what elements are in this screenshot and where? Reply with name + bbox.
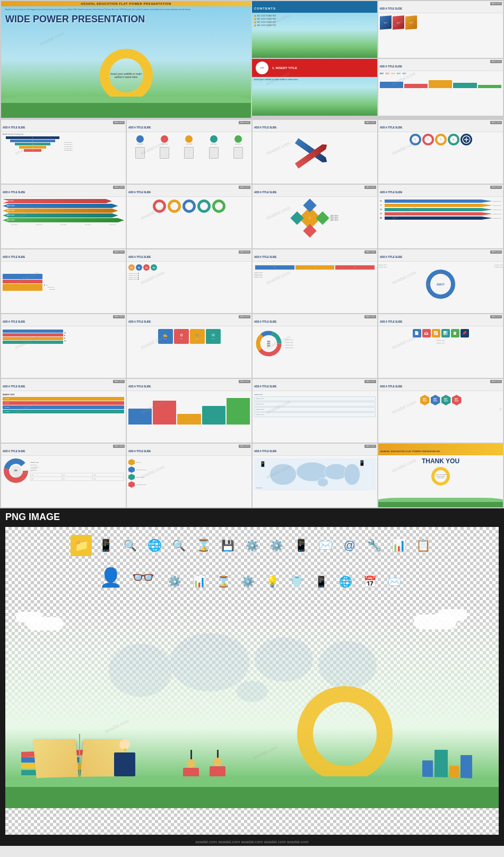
thumb-circles[interactable]: ADD A TITLE SLIDE PAGE LOGO 1 2 3 4 asad… xyxy=(378,120,503,184)
wm-ill-2: asadal.com xyxy=(252,745,278,760)
icon-person-2: 👓 xyxy=(132,567,161,596)
insert-title-circle: circle xyxy=(254,60,270,76)
py-desc: Asadal has been running one... xyxy=(3,133,124,135)
svg-point-8 xyxy=(270,464,297,485)
icon-mail-grey: ✉️ xyxy=(384,571,405,592)
thumb-notebox[interactable]: ADD A TITLE SLIDE PAGE LOGO INSERT TEXT … xyxy=(253,379,377,443)
gold-ring xyxy=(297,686,393,782)
ty-subtitle: "Insert your subtitle or main author's n… xyxy=(435,474,447,479)
icon-folder: 📁 xyxy=(71,535,92,556)
svg-point-13 xyxy=(109,644,172,697)
icon-person-1: 👤 xyxy=(99,567,128,596)
thumb-arrowsr[interactable]: ADD A TITLE SLIDE PAGE LOGO 01INSERT TEX… xyxy=(378,185,503,248)
insert-title-label: 1. INSERT TITLE xyxy=(272,66,297,70)
slide-badge-1: PAGE LOGO xyxy=(490,2,502,5)
thumb-ribbons[interactable]: ADD A TITLE SLIDE PAGE LOGO ADD TEXT ADD… xyxy=(1,185,126,248)
thumb-tabs[interactable]: ADD A TITLE SLIDE PAGE LOGO 01 02 03 INS… xyxy=(253,249,377,313)
cloud-2 xyxy=(16,612,42,622)
slides-row-7: ADD A TITLE SLIDE PAGE LOGO 40% INSERT T… xyxy=(0,443,504,508)
insert-title-slide[interactable]: circle 1. INSERT TITLE Insert your subti… xyxy=(252,59,377,116)
character-1 xyxy=(111,739,138,782)
icons-row-2: 👤 👓 ⚙️ 📊 ⌛ ⚙️ 💡 👕 📱 🌐 📅 ✉️ xyxy=(5,561,499,601)
thumb-donut[interactable]: ADD A TITLE SLIDE PAGE LOGO 40% INSERT T… xyxy=(1,444,126,507)
svg-point-15 xyxy=(255,637,313,682)
icon-save: 💾 xyxy=(217,535,238,556)
thumb-arrowsx[interactable]: ADD A TITLE SLIDE PAGE LOGO asadal.com xyxy=(253,120,377,184)
insert-title-sub: Insert your subtitle or main author's na… xyxy=(252,77,377,82)
title-slide-3d[interactable]: ADD A TITLE SLIDE PAGE LOGO TEXT TEXT TE… xyxy=(378,1,503,58)
cloud-4 xyxy=(438,609,467,621)
icon-sand-timer: ⌛ xyxy=(213,571,234,592)
thumb-flow-hex[interactable]: ADD A TITLE SLIDE PAGE LOGO ADDTEXT ADDT… xyxy=(378,379,503,443)
slides-row-4: ADD A TITLE SLIDE PAGE LOGO ▶ 45% Search… xyxy=(0,248,504,313)
icon-browser: 🌐 xyxy=(335,571,356,592)
icon-gear-3: ⚙️ xyxy=(237,571,258,592)
icon-email: ✉️ xyxy=(315,535,336,556)
icon-globe: 🌐 xyxy=(144,535,165,556)
slides-row-3: ADD A TITLE SLIDE PAGE LOGO ADD TEXT ADD… xyxy=(0,184,504,248)
icon-settings: ⚙️ xyxy=(164,571,185,592)
png-label: PNG IMAGE xyxy=(5,512,499,523)
svg-point-16 xyxy=(318,641,377,689)
icon-calendar: 📅 xyxy=(359,571,380,592)
thumb-bars-v[interactable]: ADD A TITLE SLIDE PAGE LOGO asadal.com xyxy=(127,379,251,443)
main-title: WIDE POWER PRESENTATION xyxy=(1,13,251,26)
illustration-area: 🌸🌺🌸 🌸🌺 asadal.com asadal.com xyxy=(5,607,499,808)
thumb-numbered[interactable]: ADD A TITLE SLIDE PAGE LOGO 01 02 03 04 … xyxy=(127,249,251,313)
footer: asadal.com asadal.com asadal.com asadal.… xyxy=(0,838,504,846)
grass-curve xyxy=(5,776,499,787)
icon-tablet-2: 📱 xyxy=(290,535,311,556)
icon-search-grey: 🔍 xyxy=(119,535,141,556)
ty-header: ASADAL EDUCATION FLAT POWER PRESENTATION xyxy=(380,450,440,453)
thumb-map[interactable]: ADD A TITLE SLIDE PAGE LOGO 📱 📱 ADD TEXT… xyxy=(253,444,377,507)
slides-row-2: ADD A TITLE SLIDE PAGE LOGO Asadal has b… xyxy=(0,119,504,184)
icon-clipboard: 📋 xyxy=(412,535,433,556)
title-bar: ASADAL EDUCATION FLAT POWER PRESENTATION xyxy=(1,1,251,6)
thumb-cards[interactable]: ADD A TITLE SLIDE PAGE LOGO ✍TEXT ⚙TEXT … xyxy=(127,314,251,378)
contents-slide[interactable]: CONTENTS 01CLICK TO ADD TEXT 02CLICK TO … xyxy=(252,1,377,58)
hero-slide[interactable]: ASADAL EDUCATION FLAT POWER PRESENTATION… xyxy=(1,1,251,118)
thumb-labels-d[interactable]: ADD A TITLE SLIDE PAGE LOGO D▶▶▶E▶ asada… xyxy=(1,314,126,378)
thumb-diamond[interactable]: ADD A TITLE SLIDE PAGE LOGO 04 ADD TEXTA… xyxy=(253,185,377,248)
header-description: Asadal has been running one of the bigge… xyxy=(5,8,247,11)
icon-tablet: 📱 xyxy=(95,535,116,556)
slide-badge-2: PAGE LOGO xyxy=(490,60,502,63)
thumb-bars-h[interactable]: ADD A TITLE SLIDE PAGE LOGO ▶ 45% Search… xyxy=(1,249,126,313)
icons-row-1: 📁 📱 🔍 🌐 🔍 ⌛ 💾 ⚙️ ⚙️ 📱 ✉️ @ 🔧 📊 📋 xyxy=(5,527,499,561)
thumb-rings[interactable]: ADD A TITLE SLIDE PAGE LOGO asadal.com xyxy=(127,185,251,248)
icon-phone: 📱 xyxy=(310,571,332,592)
contents-title: CONTENTS xyxy=(254,7,276,10)
thumb-swot[interactable]: ADD A TITLE SLIDE PAGE LOGO SWOT S W O T… xyxy=(378,249,503,313)
thumb-icons-grid[interactable]: ADD A TITLE SLIDE PAGE LOGO 📄 📅 📈 📊 📋 📌 … xyxy=(378,314,503,378)
icon-bar-chart: 📊 xyxy=(188,571,210,592)
icon-shirt: 👕 xyxy=(286,571,307,592)
icon-gear-2: ⚙️ xyxy=(266,535,287,556)
icon-gear-1: ⚙️ xyxy=(241,535,263,556)
thumb-list-num[interactable]: ADD A TITLE SLIDE PAGE LOGO INSERT TEXT … xyxy=(1,379,126,443)
wm-ill-1: asadal.com xyxy=(104,718,130,734)
png-section: PNG IMAGE 📁 📱 🔍 🌐 🔍 ⌛ 💾 ⚙️ ⚙️ 📱 ✉️ @ 🔧 📊… xyxy=(0,508,504,838)
icon-tools: 🔧 xyxy=(363,535,385,556)
watermark-1: asadal.com xyxy=(39,31,65,47)
slide-add-title: ADD A TITLE SLIDE xyxy=(380,65,402,68)
thumb-pyramid[interactable]: ADD A TITLE SLIDE PAGE LOGO Asadal has b… xyxy=(1,120,126,184)
svg-point-17 xyxy=(236,681,268,702)
svg-point-11 xyxy=(344,464,360,485)
subtitle-text: Insert your subtitle or main author's na… xyxy=(109,72,143,79)
thumb-pie[interactable]: ADD A TITLE SLIDE PAGE LOGO 10%25%20% IN… xyxy=(253,314,377,378)
slides-row-6: ADD A TITLE SLIDE PAGE LOGO INSERT TEXT … xyxy=(0,378,504,443)
svg-point-12 xyxy=(318,478,328,487)
icon-hourglass: ⌛ xyxy=(193,535,214,556)
icon-search-2: 🔍 xyxy=(168,535,189,556)
thumb-people[interactable]: ADD A TITLE SLIDE PAGE LOGO ADD TEXT ADD… xyxy=(127,120,251,184)
icon-at: @ xyxy=(339,535,360,556)
thumb-thankyou[interactable]: ASADAL EDUCATION FLAT POWER PRESENTATION… xyxy=(378,444,503,507)
svg-point-14 xyxy=(170,633,249,691)
title-slide-add[interactable]: ADD A TITLE SLIDE PAGE LOGO TEXT TEXT TE… xyxy=(378,59,503,116)
slide-3d-title: ADD A TITLE SLIDE xyxy=(380,7,402,10)
thumb-hexflow[interactable]: ADD A TITLE SLIDE PAGE LOGO TEXT 03 INSE… xyxy=(127,444,251,507)
png-content: 📁 📱 🔍 🌐 🔍 ⌛ 💾 ⚙️ ⚙️ 📱 ✉️ @ 🔧 📊 📋 👤 👓 ⚙️ … xyxy=(5,527,499,835)
ty-title: THANK YOU xyxy=(379,457,502,465)
slides-row-5: ADD A TITLE SLIDE PAGE LOGO D▶▶▶E▶ asada… xyxy=(0,313,504,378)
icon-bulb: 💡 xyxy=(262,571,283,592)
